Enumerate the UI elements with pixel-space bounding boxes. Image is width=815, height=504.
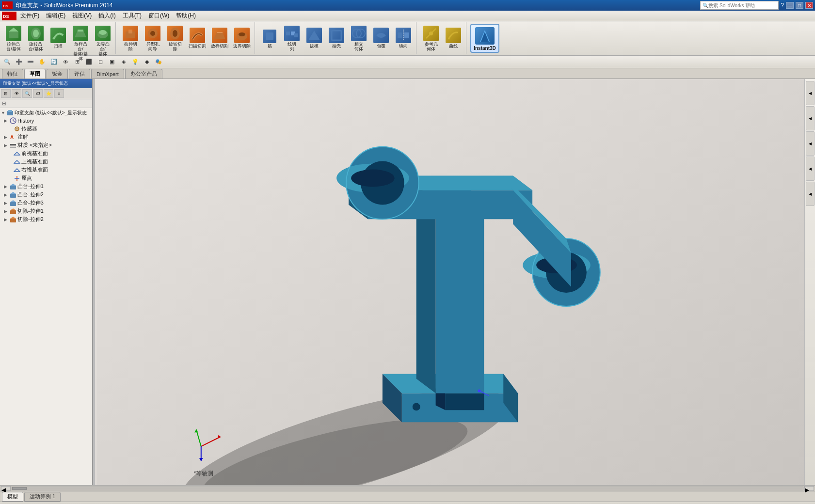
display-style-btn[interactable]: ⬛ bbox=[83, 57, 94, 67]
min-button[interactable]: — bbox=[786, 2, 794, 9]
rib-button[interactable]: 筋 bbox=[259, 24, 280, 50]
ft-material-item[interactable]: ▶ 材质 <未指定> bbox=[0, 141, 92, 149]
scrollbar-thumb[interactable] bbox=[12, 487, 27, 490]
ft-annotations-item[interactable]: ▶ A 注解 bbox=[0, 133, 92, 141]
bottom-tab-model[interactable]: 模型 bbox=[2, 492, 23, 502]
menu-help[interactable]: 帮助(H) bbox=[173, 11, 199, 21]
ft-btn4[interactable]: 🏷 bbox=[33, 89, 43, 98]
search-input[interactable] bbox=[708, 3, 776, 8]
hidden-lines-btn[interactable]: ▣ bbox=[107, 57, 117, 67]
svg-rect-4 bbox=[9, 32, 18, 38]
annotation-icon: A bbox=[10, 134, 16, 141]
pan-btn[interactable]: ✋ bbox=[37, 57, 48, 67]
scroll-right-btn[interactable]: ▶ bbox=[804, 486, 814, 491]
intersect-button[interactable]: 相交何体 bbox=[348, 24, 369, 53]
horizontal-scrollbar[interactable] bbox=[12, 487, 803, 490]
scroll-left-btn[interactable]: ◀ bbox=[1, 486, 11, 491]
lights-btn[interactable]: 💡 bbox=[130, 57, 141, 67]
ft-history-item[interactable]: ▶ History bbox=[0, 117, 92, 125]
boundary-boss-button[interactable]: 边界凸台/基体 bbox=[92, 24, 113, 58]
hole-wizard-button[interactable]: 异型孔向导 bbox=[142, 24, 163, 53]
viewport[interactable]: *等轴测 ◀ ◀ ◀ ◀ ◀ bbox=[95, 79, 815, 485]
ft-root-item[interactable]: ▼ 印童支架 (默认<<默认>_显示状态 bbox=[0, 109, 92, 117]
svg-rect-59 bbox=[10, 210, 16, 214]
tab-sheet-metal[interactable]: 钣金 bbox=[47, 69, 68, 79]
extrude-cut-button[interactable]: 拉伸切除 bbox=[120, 24, 141, 53]
view-select-btn[interactable]: 👁 bbox=[60, 57, 71, 67]
ft-btn2[interactable]: 👁 bbox=[12, 89, 21, 98]
ft-front-plane-item[interactable]: 前视基准面 bbox=[0, 149, 92, 158]
revolve-boss-button[interactable]: 旋转凸台/基体 bbox=[25, 24, 47, 53]
curves-button[interactable]: 曲线 bbox=[443, 24, 464, 50]
menu-edit[interactable]: 编辑(E) bbox=[43, 11, 68, 21]
rotate-btn[interactable]: 🔄 bbox=[48, 57, 59, 67]
instant3d-button[interactable]: Instant3D bbox=[470, 24, 499, 53]
ft-material-label: 材质 <未指定> bbox=[17, 142, 52, 149]
menu-window[interactable]: 窗口(W) bbox=[145, 11, 172, 21]
rt-btn-3[interactable]: ◀ bbox=[806, 131, 815, 156]
menu-tools[interactable]: 工具(T) bbox=[120, 11, 144, 21]
revolve-cut-button[interactable]: 旋转切除 bbox=[164, 24, 186, 53]
ft-expand-btn[interactable]: » bbox=[54, 89, 64, 98]
section-view-btn[interactable]: ⊞ bbox=[72, 57, 82, 67]
ft-sensors-item[interactable]: 传感器 bbox=[0, 125, 92, 133]
status-bar: SolidWorks Premium 2014 x64 版 在编辑 零件 自定义 bbox=[0, 502, 815, 504]
sweep-button[interactable]: 扫描 bbox=[48, 24, 69, 50]
ft-boss1-item[interactable]: ▶ 凸台-拉伸1 bbox=[0, 182, 92, 190]
menu-view[interactable]: 视图(V) bbox=[69, 11, 95, 21]
extrude-boss-button[interactable]: 拉伸凸台/基体 bbox=[3, 24, 24, 53]
tab-features[interactable]: 特征 bbox=[2, 69, 23, 79]
mirror-button[interactable]: 镜向 bbox=[393, 24, 414, 50]
star-icon: ⭐ bbox=[46, 91, 51, 96]
zoom-out-btn[interactable]: ➖ bbox=[25, 57, 36, 67]
tab-evaluate[interactable]: 评估 bbox=[69, 69, 90, 79]
ft-origin-label: 原点 bbox=[21, 174, 32, 182]
ft-top-plane-item[interactable]: 上视基准面 bbox=[0, 158, 92, 166]
close-button[interactable]: ✕ bbox=[805, 2, 813, 9]
draft-button[interactable]: 拔模 bbox=[304, 24, 325, 50]
max-button[interactable]: □ bbox=[796, 2, 803, 9]
linear-pattern-button[interactable]: 线切列 bbox=[281, 24, 303, 53]
tab-sketch[interactable]: 草图 bbox=[24, 69, 46, 79]
rt-btn-2[interactable]: ◀ bbox=[806, 106, 815, 130]
tab-dimxpert[interactable]: DimXpert bbox=[91, 69, 124, 79]
wrap-button[interactable]: 包覆 bbox=[370, 24, 392, 50]
tab-office[interactable]: 办公室产品 bbox=[125, 69, 162, 79]
ref-geometry-button[interactable]: 参考几何体 bbox=[420, 24, 442, 53]
ft-history-label: History bbox=[17, 118, 34, 124]
ft-btn5[interactable]: ⭐ bbox=[44, 89, 53, 98]
menu-insert[interactable]: 插入(I) bbox=[96, 11, 118, 21]
help-icon[interactable]: ? bbox=[781, 2, 784, 9]
zoom-to-fit-btn[interactable]: 🔍 bbox=[2, 57, 13, 67]
rt-btn-4[interactable]: ◀ bbox=[806, 157, 815, 181]
svg-point-72 bbox=[413, 403, 420, 410]
ft-boss2-item[interactable]: ▶ 凸台-拉伸2 bbox=[0, 190, 92, 199]
ft-btn3[interactable]: 🔍 bbox=[22, 89, 32, 98]
ft-filter-btn[interactable]: ⊟ bbox=[1, 89, 11, 98]
ft-right-plane-item[interactable]: 右视基准面 bbox=[0, 166, 92, 174]
svg-marker-56 bbox=[10, 192, 16, 194]
rt-btn-1[interactable]: ◀ bbox=[806, 81, 815, 105]
ft-boss3-item[interactable]: ▶ 凸台-拉伸3 bbox=[0, 199, 92, 207]
scene-btn[interactable]: 🎭 bbox=[153, 57, 164, 67]
loft-cut-button[interactable]: 放样切割 bbox=[209, 24, 230, 50]
ft-top-plane-label: 上视基准面 bbox=[21, 158, 48, 165]
bottom-tab-motion[interactable]: 运动算例 1 bbox=[24, 492, 61, 502]
shaded-btn[interactable]: ◈ bbox=[118, 57, 129, 67]
ft-cut1-label: 切除-拉伸1 bbox=[17, 207, 44, 215]
appearances-btn[interactable]: ◆ bbox=[142, 57, 152, 67]
svg-rect-55 bbox=[10, 194, 16, 198]
zoom-in-btn[interactable]: ➕ bbox=[14, 57, 24, 67]
ft-boss1-label: 凸台-拉伸1 bbox=[17, 183, 44, 190]
toolbar-area: 拉伸凸台/基体 旋转凸台/基体 扫描 放样凸台/基体/基体 边界凸台/基体 bbox=[0, 21, 815, 56]
boundary-cut-button[interactable]: 边界切除 bbox=[231, 24, 253, 50]
ft-cut2-item[interactable]: ▶ 切除-拉伸2 bbox=[0, 215, 92, 223]
menu-file[interactable]: 文件(F) bbox=[17, 11, 42, 21]
rt-btn-5[interactable]: ◀ bbox=[806, 182, 815, 206]
ft-cut1-item[interactable]: ▶ 切除-拉伸1 bbox=[0, 207, 92, 215]
shell-button[interactable]: 抽壳 bbox=[326, 24, 347, 50]
wireframe-btn[interactable]: ◻ bbox=[95, 57, 106, 67]
sweep-cut-button[interactable]: 扫描切割 bbox=[187, 24, 208, 50]
ft-origin-item[interactable]: 原点 bbox=[0, 174, 92, 182]
search-bar[interactable]: 🔍 bbox=[700, 1, 779, 10]
